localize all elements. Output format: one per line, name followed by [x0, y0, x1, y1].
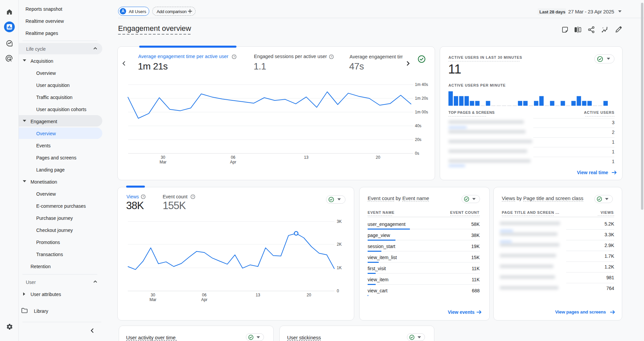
- svg-text:2K: 2K: [337, 242, 342, 247]
- svg-text:Mar: Mar: [150, 297, 157, 302]
- svg-text:Apr: Apr: [230, 160, 236, 164]
- svg-text:20: 20: [307, 293, 311, 297]
- svg-text:06: 06: [202, 293, 207, 297]
- svg-text:30: 30: [151, 293, 155, 297]
- svg-text:?: ?: [192, 195, 194, 198]
- svg-text:20: 20: [376, 155, 380, 160]
- svg-text:06: 06: [231, 155, 235, 160]
- svg-text:13: 13: [304, 155, 309, 160]
- svg-text:40s: 40s: [415, 124, 421, 128]
- svg-text:3K: 3K: [337, 219, 342, 224]
- svg-text:1m 00s: 1m 00s: [415, 110, 428, 114]
- svg-text:Apr: Apr: [201, 297, 208, 302]
- svg-text:13: 13: [256, 293, 260, 297]
- svg-text:Mar: Mar: [160, 160, 167, 164]
- svg-text:0s: 0s: [415, 151, 419, 156]
- svg-text:1m 20s: 1m 20s: [415, 96, 428, 101]
- svg-text:1K: 1K: [337, 265, 342, 270]
- svg-text:0: 0: [337, 289, 339, 293]
- svg-text:?: ?: [233, 55, 235, 58]
- svg-text:?: ?: [330, 55, 332, 58]
- svg-text:?: ?: [142, 195, 144, 198]
- svg-text:20s: 20s: [415, 137, 421, 142]
- svg-text:1m 40s: 1m 40s: [415, 82, 428, 87]
- svg-text:30: 30: [161, 155, 165, 160]
